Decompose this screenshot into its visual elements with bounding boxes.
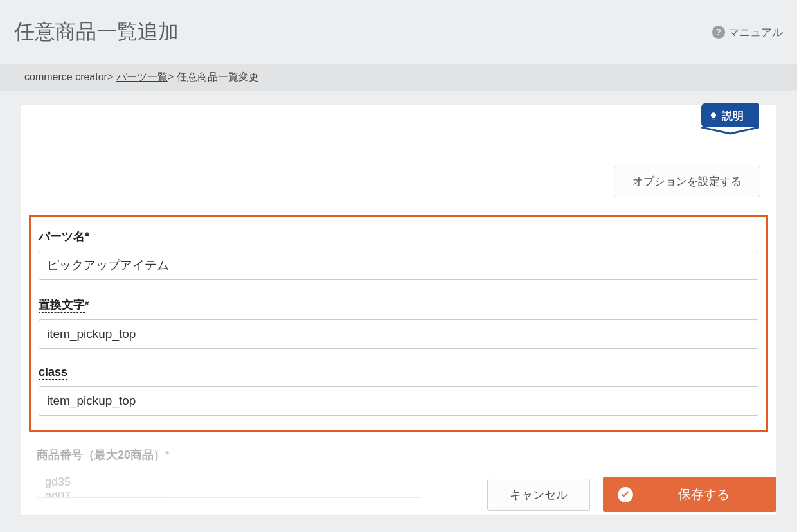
class-label: class	[39, 366, 67, 380]
class-input[interactable]	[39, 386, 758, 416]
manual-link[interactable]: ? マニュアル	[712, 25, 783, 40]
help-badge-label: 説明	[722, 109, 744, 123]
chevron-down-icon	[701, 127, 759, 135]
help-icon: ?	[712, 25, 726, 39]
help-badge[interactable]: 説明	[701, 103, 753, 127]
svg-text:?: ?	[716, 28, 721, 37]
set-options-button[interactable]: オプションを設定する	[614, 166, 760, 197]
manual-link-label: マニュアル	[728, 25, 783, 40]
lightbulb-icon	[709, 111, 718, 122]
replace-string-input[interactable]	[39, 319, 758, 349]
footer-actions: キャンセル 保存する	[487, 477, 776, 516]
replace-string-label: 置換文字	[39, 297, 85, 313]
breadcrumb-item-3: 任意商品一覧変更	[177, 71, 259, 82]
save-button-label: 保存する	[657, 486, 751, 503]
save-button[interactable]: 保存する	[603, 477, 776, 512]
page-title: 任意商品一覧追加	[14, 18, 179, 46]
breadcrumb-item-1: commerce creator	[24, 71, 107, 82]
breadcrumb-item-2[interactable]: パーツ一覧	[116, 71, 168, 82]
breadcrumb: commerce creator> パーツ一覧> 任意商品一覧変更	[0, 64, 797, 91]
product-numbers-input: gd35 gd07	[37, 470, 422, 498]
main-card: 説明 オプションを設定する パーツ名* 置換文字* class 商品番号（最大	[21, 105, 776, 516]
product-numbers-label: 商品番号（最大20商品）	[37, 447, 165, 463]
highlighted-form-area: パーツ名* 置換文字* class	[29, 215, 768, 432]
cancel-button[interactable]: キャンセル	[487, 479, 590, 511]
parts-name-label: パーツ名*	[39, 229, 89, 244]
parts-name-input[interactable]	[39, 251, 758, 280]
check-circle-icon	[617, 486, 634, 503]
